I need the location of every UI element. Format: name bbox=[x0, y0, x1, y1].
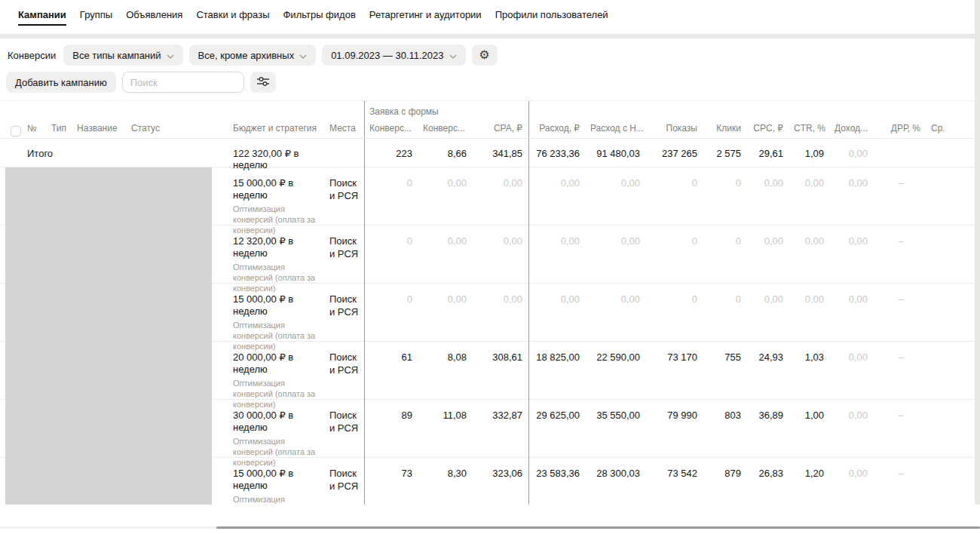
cell-drr: – bbox=[874, 458, 926, 505]
col-cost-vat[interactable]: Расход с Н... bbox=[586, 118, 646, 138]
chevron-down-icon bbox=[167, 50, 174, 61]
col-cpc[interactable]: CPC, ₽ bbox=[747, 118, 789, 138]
col-income[interactable]: Доход... bbox=[830, 118, 874, 138]
totals-cpc: 29,61 bbox=[747, 139, 789, 170]
col-budget-strategy[interactable]: Бюджет и стратегия bbox=[228, 118, 325, 138]
col-type[interactable]: Тип bbox=[47, 118, 72, 138]
totals-cost-vat: 91 480,03 bbox=[586, 139, 646, 170]
tab-user-profiles[interactable]: Профили пользователей bbox=[495, 9, 608, 26]
col-drr[interactable]: ДРР, % bbox=[874, 118, 926, 138]
cell-ctr: 1,20 bbox=[789, 458, 830, 505]
filter-bar: Конверсии Все типы кампаний Все, кроме а… bbox=[0, 38, 975, 69]
cell-avg bbox=[926, 458, 975, 505]
cell-conversions: 73 bbox=[364, 458, 418, 505]
row-budget: 15 000,00 ₽ в неделю bbox=[233, 177, 319, 202]
add-campaign-button[interactable]: Добавить кампанию bbox=[6, 72, 116, 93]
archive-filter-value: Все, кроме архивных bbox=[198, 50, 295, 61]
cell-clicks: 879 bbox=[703, 458, 747, 505]
totals-ctr: 1,09 bbox=[789, 139, 830, 170]
totals-budget: 122 320,00 ₽ в неделю bbox=[228, 139, 325, 170]
goal-group-row: Заявка с формы bbox=[0, 100, 975, 118]
row-strategy: Оптимизация конверсий (оплата за конверс… bbox=[233, 494, 319, 505]
conversions-metric-button[interactable]: Конверсии bbox=[6, 50, 57, 61]
cell-shows: 73 542 bbox=[646, 458, 703, 505]
col-ctr[interactable]: CTR, % bbox=[789, 118, 830, 138]
campaign-type-dropdown[interactable]: Все типы кампаний bbox=[63, 44, 182, 66]
cell-conversion-rate: 8,30 bbox=[418, 458, 473, 505]
cell-income: 0,00 bbox=[830, 458, 874, 505]
redacted-campaign-info bbox=[5, 167, 212, 505]
totals-conversions: 223 bbox=[364, 139, 418, 170]
campaign-type-value: Все типы кампаний bbox=[72, 50, 161, 61]
tab-campaigns[interactable]: Кампании bbox=[18, 9, 66, 26]
chevron-down-icon bbox=[449, 50, 457, 61]
page-background-right bbox=[975, 0, 980, 505]
col-conversions[interactable]: Конверс... bbox=[364, 118, 418, 138]
cell-cpc: 26,83 bbox=[747, 458, 789, 505]
row-budget: 30 000,00 ₽ в неделю bbox=[233, 410, 319, 434]
campaigns-panel: Конверсии Все типы кампаний Все, кроме а… bbox=[0, 38, 975, 505]
col-status[interactable]: Статус bbox=[127, 118, 228, 138]
archive-filter-dropdown[interactable]: Все, кроме архивных bbox=[189, 44, 317, 66]
tab-bids-phrases[interactable]: Ставки и фразы bbox=[196, 9, 269, 26]
sliders-icon bbox=[257, 76, 269, 89]
col-places[interactable]: Места bbox=[325, 118, 364, 138]
tab-feed-filters[interactable]: Фильтры фидов bbox=[283, 9, 355, 26]
totals-conversion-rate: 8,66 bbox=[418, 139, 473, 170]
row-budget: 15 000,00 ₽ в неделю bbox=[233, 293, 319, 318]
filter-settings-button[interactable] bbox=[250, 72, 276, 93]
totals-clicks: 2 575 bbox=[703, 139, 747, 170]
search-input[interactable] bbox=[122, 72, 244, 93]
row-budget: 15 000,00 ₽ в неделю bbox=[233, 468, 319, 493]
cell-cost-vat: 28 300,03 bbox=[586, 458, 646, 505]
tab-retargeting[interactable]: Ретаргетинг и аудитории bbox=[369, 9, 482, 26]
tab-ads[interactable]: Объявления bbox=[126, 9, 182, 26]
cell-cpa: 323,06 bbox=[473, 458, 528, 505]
col-shows[interactable]: Показы bbox=[646, 118, 703, 138]
totals-label: Итого bbox=[0, 139, 228, 170]
tab-groups[interactable]: Группы bbox=[80, 9, 112, 26]
row-budget: 12 320,00 ₽ в неделю bbox=[233, 235, 319, 260]
row-budget: 20 000,00 ₽ в неделю bbox=[233, 351, 319, 376]
table-body-wrap: 15 000,00 ₽ в неделю Оптимизация конверс… bbox=[0, 167, 975, 505]
col-conversion-rate[interactable]: Конверс... bbox=[418, 118, 473, 138]
gear-icon: ⚙ bbox=[479, 49, 489, 61]
row-budget-strategy: 15 000,00 ₽ в неделю Оптимизация конверс… bbox=[228, 458, 325, 505]
date-range-value: 01.09.2023 — 30.11.2023 bbox=[331, 50, 443, 61]
totals-cost: 76 233,36 bbox=[528, 139, 586, 170]
col-cpa[interactable]: CPA, ₽ bbox=[473, 118, 528, 138]
col-name[interactable]: Название bbox=[72, 118, 127, 138]
table-header-row: № Тип Название Статус Бюджет и стратегия… bbox=[0, 118, 975, 139]
top-navigation: Кампании Группы Объявления Ставки и фраз… bbox=[0, 0, 975, 34]
chevron-down-icon bbox=[299, 50, 307, 61]
totals-row: Итого 122 320,00 ₽ в неделю 223 8,66 341… bbox=[0, 139, 975, 167]
col-clicks[interactable]: Клики bbox=[703, 118, 747, 138]
conversion-goal-group-header: Заявка с формы bbox=[364, 101, 528, 118]
totals-cpa: 341,85 bbox=[473, 139, 528, 170]
col-number[interactable]: № bbox=[23, 118, 47, 138]
horizontal-scrollbar-thumb[interactable] bbox=[216, 526, 980, 529]
table-settings-button[interactable]: ⚙ bbox=[472, 44, 498, 66]
totals-shows: 237 265 bbox=[646, 139, 703, 170]
col-avg[interactable]: Ср. bbox=[926, 118, 975, 138]
totals-income: 0,00 bbox=[830, 139, 874, 170]
date-range-dropdown[interactable]: 01.09.2023 — 30.11.2023 bbox=[322, 44, 465, 66]
col-cost[interactable]: Расход, ₽ bbox=[528, 118, 586, 138]
totals-avg bbox=[926, 139, 975, 170]
cell-cost: 23 583,36 bbox=[528, 458, 586, 505]
select-all-checkbox[interactable] bbox=[11, 126, 21, 137]
row-places: Поиск и РСЯ bbox=[325, 458, 364, 505]
campaigns-table: Заявка с формы № Тип Название Статус Бюд… bbox=[0, 100, 975, 505]
action-bar: Добавить кампанию bbox=[0, 69, 975, 100]
totals-drr bbox=[874, 139, 926, 170]
